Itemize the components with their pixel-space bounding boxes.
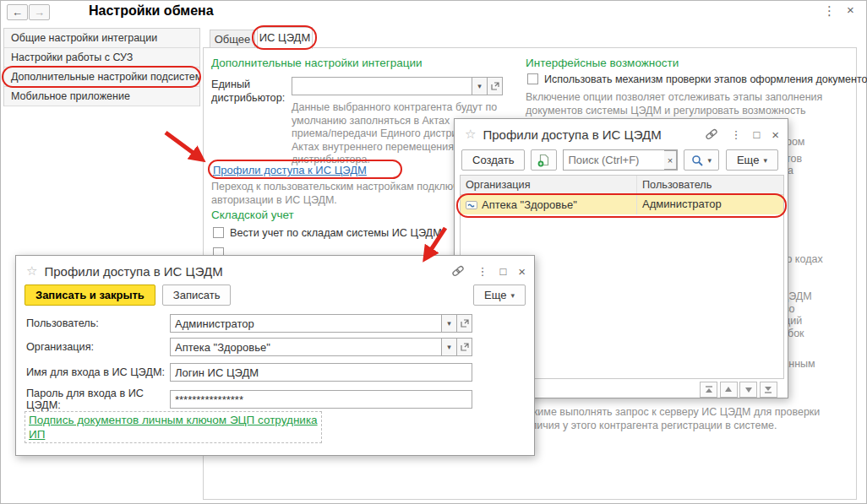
create-button[interactable]: Создать: [461, 149, 525, 171]
user-input[interactable]: [171, 315, 441, 332]
create-copy-button[interactable]: [531, 149, 557, 171]
get-link-button[interactable]: [705, 128, 718, 140]
row-navigation: [701, 382, 777, 398]
history-nav: ← →: [7, 4, 50, 20]
signature-link[interactable]: Подпись документов личным ключом ЭЦП сот…: [29, 414, 318, 441]
forward-icon: →: [34, 6, 45, 19]
favorite-star-icon[interactable]: ☆: [465, 127, 476, 142]
dialog-menu-button[interactable]: ⋮: [730, 128, 741, 141]
tab-is-cedm[interactable]: ИС ЦЭДМ: [257, 27, 313, 49]
go-last-button[interactable]: [760, 382, 777, 398]
page-title: Настройки обмена: [89, 3, 214, 19]
go-down-button[interactable]: [739, 382, 757, 398]
search-options-button[interactable]: ▾: [684, 149, 719, 171]
go-first-button[interactable]: [700, 382, 717, 398]
go-up-button[interactable]: [720, 382, 738, 398]
form-dialog-toolbar: Записать и закрыть Записать Еще▾: [25, 285, 526, 306]
access-profile-form-dialog: ☆ Профили доступа в ИС ЦЭДМ ⋮ □ × Записа…: [15, 255, 535, 456]
sidebar-item-mobile-app[interactable]: Мобильное приложение: [4, 87, 199, 106]
user-dropdown-button[interactable]: ▾: [442, 314, 457, 333]
form-dialog-titlebar: ☆ Профили доступа в ИС ЦЭДМ ⋮ □ ×: [16, 256, 534, 282]
get-link-button[interactable]: [451, 265, 465, 277]
profile-item-icon: [466, 200, 477, 210]
chevron-down-icon: ▾: [477, 82, 482, 90]
close-icon: ×: [518, 264, 526, 279]
arrow-top-icon: [705, 386, 713, 393]
distributor-combo: ▾: [292, 77, 503, 95]
organization-combo: ▾: [170, 338, 472, 356]
forward-button[interactable]: →: [29, 4, 50, 20]
save-button[interactable]: Записать: [162, 285, 232, 306]
back-button[interactable]: ←: [7, 4, 28, 20]
warehouse-checkbox-row[interactable]: Вести учет по складам системы ИС ЦЭДМ: [213, 227, 442, 239]
form-dialog-title: Профили доступа в ИС ЦЭДМ: [44, 264, 439, 279]
magnifier-icon: [691, 154, 703, 166]
tab-general[interactable]: Общее: [210, 30, 255, 48]
open-link-icon: [461, 319, 469, 328]
organization-input[interactable]: [171, 339, 441, 355]
login-input[interactable]: [171, 364, 472, 381]
distributor-input[interactable]: [292, 78, 472, 95]
chain-link-icon: [705, 128, 718, 140]
checkbox-icon[interactable]: [527, 73, 538, 84]
interface-checkbox-row[interactable]: Использовать механизм проверки этапов оф…: [527, 73, 867, 85]
interface-heading: Интерфейсные возможности: [526, 57, 679, 69]
form-more-button[interactable]: Еще▾: [473, 285, 526, 306]
user-label: Пользователь:: [26, 317, 170, 329]
dialog-close-button[interactable]: ×: [772, 127, 779, 142]
close-icon: ×: [847, 3, 854, 17]
close-icon: ×: [772, 127, 779, 142]
chevron-down-icon: ▾: [763, 156, 767, 165]
copy-document-icon: [537, 154, 550, 167]
interface-hint: Включение опции позволяет отслеживать эт…: [526, 91, 822, 117]
arrow-down-icon: [744, 386, 753, 393]
checkbox-icon[interactable]: [213, 227, 224, 238]
distributor-dropdown-button[interactable]: ▾: [472, 77, 488, 95]
dialog-maximize-button[interactable]: □: [753, 128, 760, 141]
maximize-icon: □: [499, 265, 506, 278]
table-header: Организация Пользователь: [461, 176, 783, 195]
column-header-user[interactable]: Пользователь: [637, 176, 783, 194]
login-label: Имя для входа в ИС ЦЭДМ:: [26, 366, 170, 378]
chevron-down-icon: ▾: [447, 319, 451, 328]
save-and-close-button[interactable]: Записать и закрыть: [25, 285, 155, 306]
organization-dropdown-button[interactable]: ▾: [442, 338, 457, 356]
access-profiles-link[interactable]: Профили доступа к ИС ЦЭДМ: [213, 164, 367, 176]
search-clear-button[interactable]: ×: [664, 150, 678, 170]
window-close-button[interactable]: ×: [847, 3, 854, 17]
search-input[interactable]: [564, 150, 663, 170]
table-row[interactable]: Аптека "Здоровье" Администратор: [461, 195, 783, 214]
list-dialog-titlebar: ☆ Профили доступа в ИС ЦЭДМ ⋮ □ ×: [455, 119, 788, 145]
maximize-icon: □: [753, 128, 760, 141]
signature-link-box: Подпись документов личным ключом ЭЦП сот…: [25, 411, 322, 443]
organization-label: Организация:: [26, 341, 170, 353]
sidebar-item-subsystem-settings[interactable]: Дополнительные настройки подсистемы: [4, 68, 199, 87]
column-header-organization[interactable]: Организация: [461, 176, 637, 194]
kebab-icon: ⋮: [823, 3, 836, 18]
distributor-open-button[interactable]: [488, 77, 503, 95]
favorite-star-icon[interactable]: ☆: [26, 263, 37, 279]
sidebar-item-general-integration[interactable]: Общие настройки интеграции: [4, 29, 199, 48]
sidebar-item-suz[interactable]: Настройки работы с СУЗ: [4, 48, 199, 68]
search-box: ×: [563, 149, 678, 171]
open-link-icon: [491, 82, 499, 90]
settings-sidebar: Общие настройки интеграции Настройки раб…: [3, 28, 200, 106]
interface-checkbox-label: Использовать механизм проверки этапов оф…: [544, 73, 867, 85]
integration-heading: Дополнительные настройки интеграции: [211, 57, 423, 69]
window-menu-button[interactable]: ⋮: [823, 3, 836, 19]
clear-icon: ×: [668, 155, 673, 165]
user-open-button[interactable]: [457, 314, 472, 333]
warehouse-checkbox-label: Вести учет по складам системы ИС ЦЭДМ: [230, 227, 442, 239]
warehouse-heading: Складской учет: [211, 209, 294, 221]
user-combo: ▾: [170, 314, 472, 333]
contractor-check-hint: жиме выполнять запрос к серверу ИС ЦЭДМ …: [531, 406, 820, 432]
dialog-close-button[interactable]: ×: [518, 264, 526, 279]
organization-open-button[interactable]: [457, 338, 472, 356]
dialog-maximize-button[interactable]: □: [499, 265, 506, 278]
dialog-menu-button[interactable]: ⋮: [477, 265, 488, 278]
row-organization: Аптека "Здоровье": [482, 198, 577, 211]
list-more-button[interactable]: Еще▾: [726, 149, 778, 171]
password-input[interactable]: [171, 391, 472, 408]
distributor-label: Единый дистрибьютор:: [211, 78, 289, 105]
open-link-icon: [461, 343, 469, 351]
